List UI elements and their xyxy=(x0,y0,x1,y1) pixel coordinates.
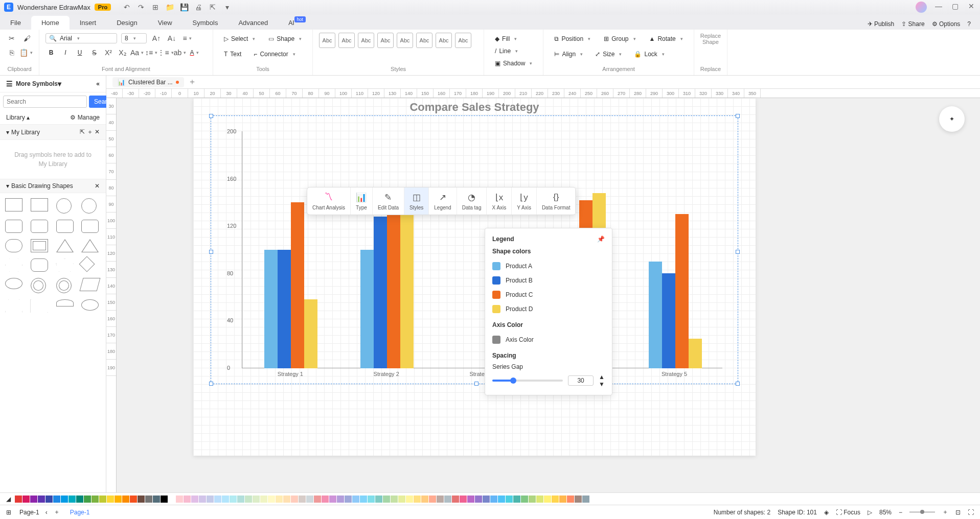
color-swatch[interactable] xyxy=(398,496,405,503)
color-swatch[interactable] xyxy=(122,496,129,503)
color-swatch[interactable] xyxy=(460,496,467,503)
shape-trap[interactable] xyxy=(5,299,22,313)
print-icon[interactable]: 🖨 xyxy=(194,3,203,12)
axis-color-row[interactable]: Axis Color xyxy=(492,333,605,347)
position-button[interactable]: ⧉ Position xyxy=(550,33,595,45)
shape-roundrect2[interactable] xyxy=(31,220,48,233)
legend-row-d[interactable]: Product D xyxy=(492,302,605,316)
zoom-in-icon[interactable]: ＋ xyxy=(942,508,948,516)
shape-ellipse[interactable] xyxy=(5,278,22,289)
layout-icon[interactable]: ⊞ xyxy=(6,509,11,516)
publish-button[interactable]: ✈ Publish xyxy=(868,20,895,28)
minimize-icon[interactable]: — xyxy=(934,2,943,11)
more-icon[interactable]: ▾ xyxy=(222,3,232,12)
chart-styles-button[interactable]: ◫Styles xyxy=(404,187,429,215)
open-icon[interactable]: 📁 xyxy=(165,3,174,12)
shape-oct[interactable] xyxy=(31,258,48,272)
shape-circle[interactable] xyxy=(56,198,72,214)
color-swatch[interactable] xyxy=(245,496,252,503)
bar[interactable] xyxy=(374,217,387,368)
basic-shapes-section[interactable]: ▾ Basic Drawing Shapes✕ xyxy=(0,179,106,193)
undo-icon[interactable]: ↶ xyxy=(122,3,131,12)
color-swatch[interactable] xyxy=(352,496,359,503)
chart-analysis-button[interactable]: 〽Chart Analysis xyxy=(307,187,351,215)
chart-type-button[interactable]: 📊Type xyxy=(351,187,373,215)
zoom-slider[interactable] xyxy=(909,511,935,513)
y-axis-button[interactable]: ⌊yY Axis xyxy=(512,187,537,215)
color-swatch[interactable] xyxy=(483,496,490,503)
shape-rtri[interactable] xyxy=(31,299,48,313)
color-swatch[interactable] xyxy=(452,496,459,503)
legend-row-c[interactable]: Product C xyxy=(492,288,605,302)
color-swatch[interactable] xyxy=(299,496,306,503)
shape-pent[interactable] xyxy=(56,258,74,272)
color-swatch[interactable] xyxy=(521,496,528,503)
color-swatch[interactable] xyxy=(490,496,497,503)
bar[interactable] xyxy=(360,250,374,368)
format-painter-icon[interactable]: 🖌 xyxy=(21,33,33,44)
cut-icon[interactable]: ✂ xyxy=(6,33,17,44)
save-icon[interactable]: 💾 xyxy=(179,3,189,12)
page-tab[interactable]: Page-1 xyxy=(66,508,94,517)
font-size-combo[interactable]: 8 xyxy=(121,33,147,43)
menu-view[interactable]: View xyxy=(148,16,183,30)
menu-design[interactable]: Design xyxy=(106,16,147,30)
style-preset[interactable]: Abc xyxy=(416,33,432,48)
shape-ellipse2[interactable] xyxy=(81,299,99,311)
search-input[interactable] xyxy=(3,96,87,108)
color-swatch[interactable] xyxy=(291,496,298,503)
style-preset[interactable]: Abc xyxy=(377,33,394,48)
color-swatch[interactable] xyxy=(391,496,398,503)
zoom-out-icon[interactable]: − xyxy=(899,509,902,516)
more-symbols-header[interactable]: ☰ More Symbols▾« xyxy=(0,76,106,92)
color-swatch[interactable] xyxy=(214,496,221,503)
color-swatch[interactable] xyxy=(76,496,83,503)
increase-font-icon[interactable]: A↑ xyxy=(151,33,162,44)
bar[interactable] xyxy=(689,339,702,368)
bar[interactable] xyxy=(304,299,317,368)
color-swatch[interactable] xyxy=(406,496,413,503)
color-swatch[interactable] xyxy=(237,496,244,503)
color-swatch[interactable] xyxy=(567,496,574,503)
export-icon[interactable]: ⇱ xyxy=(208,3,217,12)
color-swatch[interactable] xyxy=(268,496,275,503)
align-icon[interactable]: ≡ xyxy=(181,33,193,44)
avatar[interactable] xyxy=(916,2,927,13)
fill-picker-icon[interactable]: ◢ xyxy=(6,496,11,503)
bold-icon[interactable]: B xyxy=(45,47,57,58)
case-icon[interactable]: Aa xyxy=(131,47,143,58)
series-gap-slider[interactable] xyxy=(492,380,563,382)
color-swatch[interactable] xyxy=(283,496,290,503)
x-axis-button[interactable]: ⌊xX Axis xyxy=(487,187,512,215)
color-swatch[interactable] xyxy=(536,496,543,503)
color-swatch[interactable] xyxy=(260,496,267,503)
my-library-section[interactable]: ▾ My Library⇱ ＋ ✕ xyxy=(0,124,106,140)
bullets-icon[interactable]: ⋮≡ xyxy=(160,47,171,58)
shape-half[interactable] xyxy=(56,299,74,306)
page[interactable]: Compare Sales Strategy 04080120160200Str… xyxy=(193,98,756,456)
color-swatch[interactable] xyxy=(498,496,505,503)
line-button[interactable]: / Line xyxy=(490,45,522,57)
play-icon[interactable]: ▷ xyxy=(868,509,872,516)
bar[interactable] xyxy=(400,193,414,368)
color-swatch[interactable] xyxy=(444,496,451,503)
strike-icon[interactable]: S̶ xyxy=(88,47,100,58)
fill-button[interactable]: ◆ Fill xyxy=(490,33,521,45)
shape-hex[interactable] xyxy=(5,258,22,272)
color-swatch[interactable] xyxy=(475,496,482,503)
style-preset[interactable]: Abc xyxy=(358,33,374,48)
copy-icon[interactable]: ⎘ xyxy=(6,47,17,58)
highlight-icon[interactable]: ab xyxy=(174,47,186,58)
bar[interactable] xyxy=(278,250,291,368)
color-swatch[interactable] xyxy=(421,496,428,503)
color-swatch[interactable] xyxy=(552,496,559,503)
edit-data-button[interactable]: ✎Edit Data xyxy=(373,187,404,215)
redo-icon[interactable]: ↷ xyxy=(136,3,146,12)
italic-icon[interactable]: I xyxy=(60,47,71,58)
shape-circle2[interactable] xyxy=(81,198,97,214)
color-swatch[interactable] xyxy=(322,496,329,503)
canvas[interactable]: 📊 Clustered Bar ... ＋ -40-30-20-10010203… xyxy=(106,76,980,492)
bar[interactable] xyxy=(264,250,278,368)
group-button[interactable]: ⊞ Group xyxy=(599,33,640,45)
underline-icon[interactable]: U xyxy=(74,47,85,58)
